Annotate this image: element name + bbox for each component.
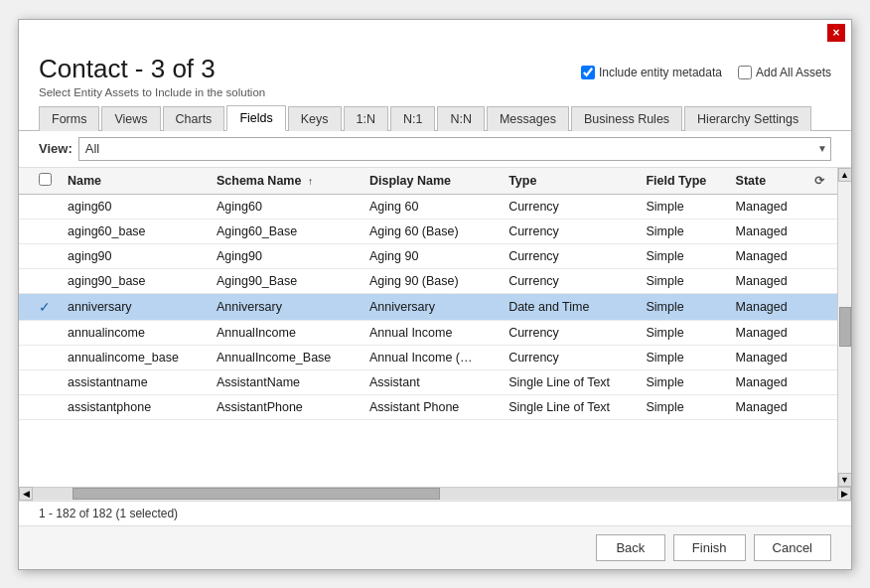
cell-field-type: Simple bbox=[638, 268, 727, 293]
tab-views[interactable]: Views bbox=[101, 106, 160, 131]
refresh-icon[interactable]: ⟳ bbox=[814, 174, 824, 188]
view-dropdown[interactable]: All bbox=[78, 137, 831, 161]
sort-icon: ↑ bbox=[308, 176, 313, 187]
cell-schema-name: Aging90_Base bbox=[209, 268, 362, 293]
dialog-header: Contact - 3 of 3 Select Entity Assets to… bbox=[19, 46, 851, 104]
cell-schema-name: AssistantPhone bbox=[209, 394, 362, 419]
cell-display-name: Aging 60 bbox=[362, 194, 501, 219]
cell-state: Managed bbox=[728, 345, 807, 369]
cell-display-name: Assistant bbox=[362, 369, 501, 394]
tab-business-rules[interactable]: Business Rules bbox=[571, 106, 682, 131]
table-row[interactable]: aging60Aging60Aging 60CurrencySimpleMana… bbox=[19, 194, 837, 219]
close-button[interactable]: × bbox=[827, 24, 845, 42]
add-all-assets-checkbox[interactable] bbox=[738, 66, 752, 79]
cell-name: aging90_base bbox=[60, 268, 209, 293]
select-all-checkbox[interactable] bbox=[39, 173, 52, 186]
cell-extra bbox=[806, 194, 837, 219]
row-checkbox-cell bbox=[19, 268, 60, 293]
tab-hierarchy-settings[interactable]: Hierarchy Settings bbox=[684, 106, 811, 131]
col-type[interactable]: Type bbox=[501, 168, 638, 195]
tab-fields[interactable]: Fields bbox=[226, 105, 285, 131]
cancel-button[interactable]: Cancel bbox=[754, 534, 831, 561]
col-field-type[interactable]: Field Type bbox=[638, 168, 727, 195]
tab-n:1[interactable]: N:1 bbox=[390, 106, 435, 131]
col-check bbox=[19, 168, 60, 195]
cell-state: Managed bbox=[728, 268, 807, 293]
add-all-assets-label: Add All Assets bbox=[756, 66, 831, 79]
cell-state: Managed bbox=[728, 194, 807, 219]
cell-display-name: Annual Income bbox=[362, 320, 501, 345]
col-schema-name[interactable]: Schema Name ↑ bbox=[209, 168, 362, 195]
cell-extra bbox=[806, 345, 837, 369]
table-row[interactable]: aging60_baseAging60_BaseAging 60 (Base)C… bbox=[19, 219, 837, 243]
tab-forms[interactable]: Forms bbox=[39, 106, 99, 131]
row-checkbox-cell bbox=[19, 243, 60, 268]
col-display-name[interactable]: Display Name bbox=[362, 168, 501, 195]
h-scroll-thumb[interactable] bbox=[72, 488, 440, 500]
cell-state: Managed bbox=[728, 243, 807, 268]
cell-type: Date and Time bbox=[501, 293, 638, 320]
cell-state: Managed bbox=[728, 394, 807, 419]
cell-schema-name: Aging60_Base bbox=[209, 219, 362, 243]
table-row[interactable]: aging90Aging90Aging 90CurrencySimpleMana… bbox=[19, 243, 837, 268]
v-scroll-down-arrow[interactable]: ▼ bbox=[838, 473, 852, 487]
cell-schema-name: AnnualIncome_Base bbox=[209, 345, 362, 369]
include-metadata-checkbox[interactable] bbox=[581, 66, 595, 79]
cell-extra bbox=[806, 293, 837, 320]
table-row[interactable]: assistantnameAssistantNameAssistantSingl… bbox=[19, 369, 837, 394]
v-scroll-up-arrow[interactable]: ▲ bbox=[838, 168, 852, 182]
h-scroll-track bbox=[33, 488, 837, 500]
cell-field-type: Simple bbox=[638, 243, 727, 268]
table-row[interactable]: annualincome_baseAnnualIncome_BaseAnnual… bbox=[19, 345, 837, 369]
cell-extra bbox=[806, 243, 837, 268]
cell-name: aging60_base bbox=[60, 219, 209, 243]
cell-field-type: Simple bbox=[638, 394, 727, 419]
table-scroll-area[interactable]: Name Schema Name ↑ Display Name Type Fie… bbox=[19, 168, 837, 487]
cell-field-type: Simple bbox=[638, 293, 727, 320]
tab-n:n[interactable]: N:N bbox=[437, 106, 485, 131]
v-scroll-thumb[interactable] bbox=[839, 307, 851, 347]
tab-1:n[interactable]: 1:N bbox=[344, 106, 388, 131]
tabs-bar: FormsViewsChartsFieldsKeys1:NN:1N:NMessa… bbox=[19, 104, 851, 131]
row-checkbox-cell: ✓ bbox=[19, 293, 60, 320]
cell-type: Currency bbox=[501, 345, 638, 369]
cell-name: annualincome_base bbox=[60, 345, 209, 369]
h-scroll-right-arrow[interactable]: ▶ bbox=[837, 487, 851, 501]
cell-name: aging60 bbox=[60, 194, 209, 219]
cell-display-name: Aging 90 bbox=[362, 243, 501, 268]
cell-schema-name: Anniversary bbox=[209, 293, 362, 320]
tab-charts[interactable]: Charts bbox=[163, 106, 225, 131]
col-name[interactable]: Name bbox=[60, 168, 209, 195]
include-metadata-option: Include entity metadata bbox=[581, 66, 722, 79]
title-section: Contact - 3 of 3 Select Entity Assets to… bbox=[39, 54, 265, 98]
cell-type: Currency bbox=[501, 243, 638, 268]
table-row[interactable]: ✓anniversaryAnniversaryAnniversaryDate a… bbox=[19, 293, 837, 320]
add-all-assets-option: Add All Assets bbox=[738, 66, 831, 79]
cell-name: aging90 bbox=[60, 243, 209, 268]
table-row[interactable]: aging90_baseAging90_BaseAging 90 (Base)C… bbox=[19, 268, 837, 293]
row-checkbox-cell bbox=[19, 219, 60, 243]
cell-schema-name: Aging90 bbox=[209, 243, 362, 268]
dialog-footer: Back Finish Cancel bbox=[19, 525, 851, 569]
cell-extra bbox=[806, 369, 837, 394]
table-row[interactable]: assistantphoneAssistantPhoneAssistant Ph… bbox=[19, 394, 837, 419]
row-checkbox-cell bbox=[19, 369, 60, 394]
cell-type: Single Line of Text bbox=[501, 394, 638, 419]
table-row[interactable]: annualincomeAnnualIncomeAnnual IncomeCur… bbox=[19, 320, 837, 345]
col-refresh: ⟳ bbox=[806, 168, 837, 195]
table-wrapper: Name Schema Name ↑ Display Name Type Fie… bbox=[19, 168, 851, 487]
cell-state: Managed bbox=[728, 320, 807, 345]
cell-state: Managed bbox=[728, 369, 807, 394]
cell-name: anniversary bbox=[60, 293, 209, 320]
tab-messages[interactable]: Messages bbox=[487, 106, 569, 131]
cell-field-type: Simple bbox=[638, 369, 727, 394]
col-state[interactable]: State bbox=[728, 168, 807, 195]
cell-name: assistantname bbox=[60, 369, 209, 394]
h-scroll-left-arrow[interactable]: ◀ bbox=[19, 487, 33, 501]
cell-display-name: Assistant Phone bbox=[362, 394, 501, 419]
finish-button[interactable]: Finish bbox=[673, 534, 746, 561]
cell-schema-name: Aging60 bbox=[209, 194, 362, 219]
tab-keys[interactable]: Keys bbox=[288, 106, 342, 131]
cell-field-type: Simple bbox=[638, 219, 727, 243]
back-button[interactable]: Back bbox=[596, 534, 665, 561]
